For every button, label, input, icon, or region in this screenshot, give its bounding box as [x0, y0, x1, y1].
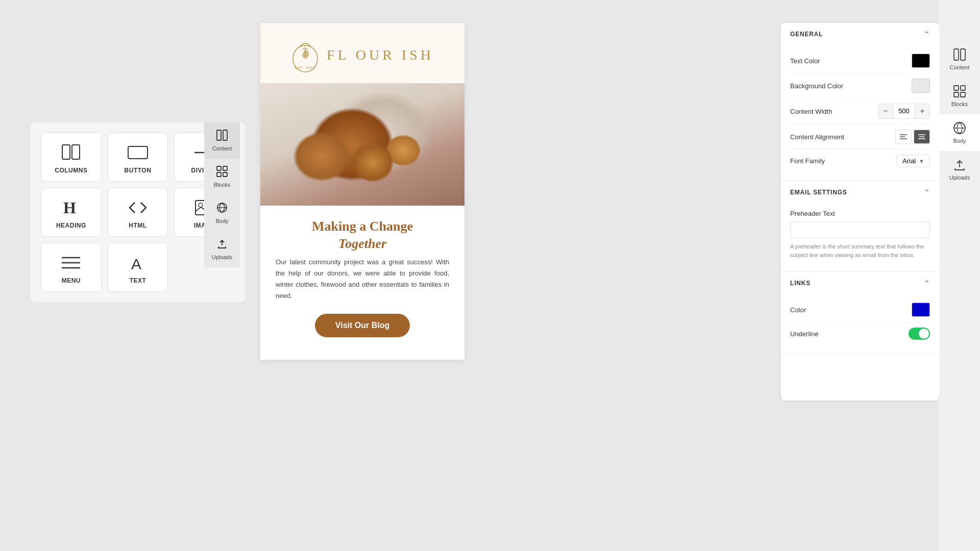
toggle-knob: [919, 329, 929, 339]
nav-uploads[interactable]: Uploads: [204, 231, 240, 267]
email-body: Making a Change Together Our latest comm…: [260, 206, 464, 360]
sidebar-blocks[interactable]: Blocks: [939, 78, 980, 114]
sidebar-uploads-label: Uploads: [949, 174, 970, 181]
button-icon: [128, 143, 148, 162]
right-sidebar-icons: Content Blocks Body Uploads: [939, 0, 980, 551]
text-color-row: Text Color: [790, 48, 930, 73]
toolbar-item-columns[interactable]: COLUMNS: [41, 133, 102, 182]
links-chevron[interactable]: ⌃: [924, 279, 930, 287]
links-section: LINKS ⌃ Color Underline: [781, 272, 939, 354]
align-left-button[interactable]: [895, 130, 912, 144]
svg-point-6: [199, 203, 203, 207]
toolbar-item-columns-label: COLUMNS: [55, 167, 87, 174]
preheader-input[interactable]: [790, 221, 930, 238]
svg-rect-13: [217, 166, 221, 170]
underline-row: Underline: [790, 322, 930, 345]
sidebar-blocks-label: Blocks: [951, 101, 968, 107]
svg-rect-11: [217, 130, 221, 140]
svg-rect-12: [223, 130, 227, 140]
email-hero-image: [260, 83, 464, 206]
toolbar-item-heading[interactable]: H HEADING: [41, 188, 102, 237]
email-card: EST. 2021 FL OUR ISH Making a Change Tog…: [260, 23, 464, 360]
blocks-icon: [216, 166, 228, 180]
link-color-row: Color: [790, 297, 930, 322]
logo-brand-text: FL OUR ISH: [327, 47, 434, 63]
content-width-input[interactable]: [893, 104, 915, 118]
svg-rect-28: [961, 49, 965, 60]
svg-rect-16: [223, 172, 227, 177]
logo-group: EST. 2021: [291, 37, 320, 73]
link-color-swatch[interactable]: [912, 303, 930, 317]
sidebar-content-label: Content: [950, 64, 970, 70]
preheader-group: Preheader Text A preheader is the short …: [790, 207, 930, 263]
underline-toggle[interactable]: [909, 328, 930, 340]
email-settings-chevron[interactable]: ⌃: [924, 188, 930, 196]
sidebar-content[interactable]: Content: [939, 41, 980, 78]
toolbar-item-menu[interactable]: MENU: [41, 243, 102, 292]
sidebar-content-icon: [953, 48, 966, 61]
nav-content[interactable]: Content: [204, 122, 240, 159]
svg-text:H: H: [63, 199, 76, 216]
svg-rect-0: [62, 145, 70, 159]
sidebar-uploads[interactable]: Uploads: [939, 151, 980, 188]
hero-visual: [260, 83, 464, 206]
bg-color-swatch[interactable]: [912, 79, 930, 93]
html-icon: [128, 198, 148, 217]
content-icon: [216, 130, 228, 143]
sidebar-blocks-icon: [953, 85, 966, 98]
svg-rect-32: [961, 92, 965, 97]
content-alignment-label: Content Alignment: [790, 133, 844, 141]
toolbar-item-html[interactable]: HTML: [108, 188, 168, 237]
menu-icon: [61, 254, 81, 272]
links-section-body: Color Underline: [781, 294, 939, 353]
logo-icon: EST. 2021: [291, 37, 320, 73]
text-color-swatch[interactable]: [912, 54, 930, 68]
align-center-button[interactable]: [914, 130, 930, 144]
toolbar-item-button[interactable]: BUTTON: [108, 133, 168, 182]
underline-label: Underline: [790, 330, 819, 338]
svg-rect-29: [954, 86, 959, 90]
svg-text:A: A: [131, 256, 141, 271]
email-body-text: Our latest community project was a great…: [276, 257, 449, 302]
font-family-row: Font Family Arial ▼: [790, 149, 930, 172]
svg-rect-31: [954, 92, 959, 97]
headline-line1: Making a Change: [312, 219, 413, 234]
text-icon: A: [128, 254, 148, 272]
toolbar-item-menu-label: MENU: [62, 277, 81, 284]
font-family-label: Font Family: [790, 157, 825, 165]
width-decrease-button[interactable]: −: [878, 104, 893, 118]
svg-rect-2: [128, 146, 148, 159]
nav-uploads-label: Uploads: [212, 254, 232, 260]
columns-icon: [61, 143, 81, 162]
svg-rect-14: [223, 166, 227, 170]
nav-blocks[interactable]: Blocks: [204, 159, 240, 195]
bg-color-label: Background Color: [790, 82, 843, 90]
toolbar-item-button-label: BUTTON: [125, 167, 152, 174]
nav-content-label: Content: [212, 145, 232, 152]
content-width-row: Content Width − +: [790, 98, 930, 124]
links-title: LINKS: [790, 280, 811, 287]
svg-rect-1: [72, 145, 80, 159]
content-width-label: Content Width: [790, 108, 832, 115]
general-chevron[interactable]: ⌃: [924, 30, 930, 38]
toolbar-item-heading-label: HEADING: [56, 222, 86, 229]
svg-text:EST. 2021: EST. 2021: [295, 66, 315, 69]
general-section-body: Text Color Background Color Content Widt…: [781, 45, 939, 181]
sidebar-body[interactable]: Body: [939, 114, 980, 151]
email-divider: [260, 360, 464, 360]
general-section-header: GENERAL ⌃: [781, 23, 939, 45]
font-family-dropdown[interactable]: Arial ▼: [897, 155, 930, 167]
sidebar-body-label: Body: [953, 138, 966, 144]
underline-toggle-wrap: [909, 328, 930, 340]
nav-blocks-label: Blocks: [214, 182, 230, 188]
email-cta-button[interactable]: Visit Our Blog: [315, 314, 410, 337]
toolbar-item-text[interactable]: A TEXT: [108, 243, 168, 292]
text-color-label: Text Color: [790, 57, 820, 65]
headline-line2: Together: [338, 236, 386, 251]
alignment-buttons: [895, 130, 930, 144]
sidebar-uploads-icon: [953, 158, 966, 171]
nav-body[interactable]: Body: [204, 195, 240, 231]
background-color-row: Background Color: [790, 73, 930, 98]
email-preview: EST. 2021 FL OUR ISH Making a Change Tog…: [260, 23, 464, 360]
width-increase-button[interactable]: +: [915, 104, 929, 118]
